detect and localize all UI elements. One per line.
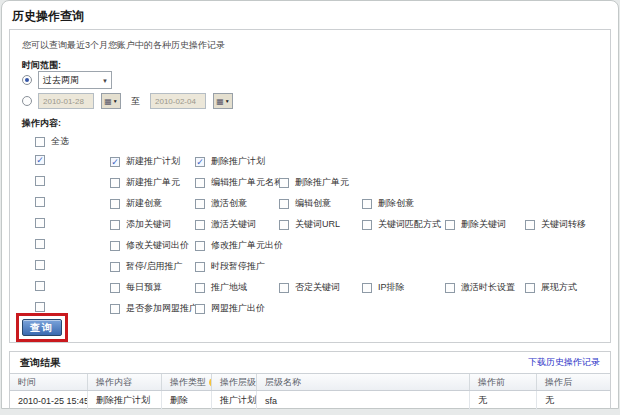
checkbox-icon[interactable]	[279, 178, 289, 188]
checkbox-icon[interactable]	[195, 262, 205, 272]
checkbox-icon[interactable]: ✓	[35, 155, 45, 165]
time-preset-select[interactable]: 过去两周 ▼	[38, 71, 112, 89]
download-history-link[interactable]: 下载历史操作记录	[528, 356, 600, 369]
operation-checkbox-item[interactable]: 否定关键词	[279, 281, 340, 294]
checkbox-icon[interactable]	[279, 283, 289, 293]
operation-checkbox-item[interactable]: 删除推广单元	[279, 176, 349, 189]
checkbox-icon[interactable]	[110, 304, 120, 314]
checkbox-icon[interactable]	[279, 220, 289, 230]
operation-checkbox-item[interactable]: 修改关键词出价	[110, 239, 189, 252]
operation-checkbox-item[interactable]: 暂停/启用推广	[110, 260, 183, 273]
operation-checkbox-item[interactable]: IP排除	[362, 281, 405, 294]
checkbox-icon[interactable]	[35, 302, 45, 312]
checkbox-icon[interactable]	[35, 137, 45, 147]
operation-checkbox-item[interactable]: ✓新建推广计划	[110, 155, 180, 168]
operation-checkbox-item[interactable]: 每日预算	[110, 281, 162, 294]
operation-checkbox-item[interactable]: 激活创意	[195, 197, 247, 210]
checkbox-icon[interactable]	[279, 199, 289, 209]
checkbox-icon[interactable]	[195, 283, 205, 293]
operation-checkbox-item[interactable]: 新建创意	[110, 197, 162, 210]
operation-checkbox-item[interactable]: 编辑创意	[279, 197, 331, 210]
date-to-input[interactable]: 2010-02-04	[150, 93, 206, 109]
select-all-item[interactable]: 全选	[35, 135, 69, 148]
operation-checkbox-item[interactable]: 时段暂停推广	[195, 260, 265, 273]
checkbox-label: IP排除	[378, 281, 405, 294]
checkbox-icon[interactable]	[110, 262, 120, 272]
operation-checkbox-item[interactable]	[35, 197, 45, 207]
checkbox-icon[interactable]	[35, 260, 45, 270]
operation-checkbox-item[interactable]	[35, 218, 45, 228]
checkbox-icon[interactable]	[35, 281, 45, 291]
checkbox-icon[interactable]	[445, 220, 455, 230]
radio-preset[interactable]	[22, 75, 32, 85]
checkbox-icon[interactable]	[362, 283, 372, 293]
radio-custom-range[interactable]	[22, 96, 32, 106]
operation-checkbox-item[interactable]: 删除关键词	[445, 218, 506, 231]
checkbox-label: 时段暂停推广	[211, 260, 265, 273]
checkbox-label: 修改推广单元出价	[211, 239, 283, 252]
calendar-icon[interactable]: ▦▼	[213, 93, 233, 109]
checkbox-icon[interactable]	[35, 218, 45, 228]
operation-checkbox-item[interactable]: 编辑推广单元名称	[195, 176, 283, 189]
operation-checkbox-item[interactable]: 添加关键词	[110, 218, 171, 231]
checkbox-label: 是否参加网盟推广	[126, 302, 198, 315]
checkbox-icon[interactable]: ✓	[110, 157, 120, 167]
query-button[interactable]: 查询	[22, 319, 62, 336]
results-title: 查询结果	[20, 356, 60, 370]
checkbox-icon[interactable]	[525, 220, 535, 230]
operation-checkbox-item[interactable]: 新建推广单元	[110, 176, 180, 189]
checkbox-label: 推广地域	[211, 281, 247, 294]
checkbox-icon[interactable]	[35, 197, 45, 207]
operation-checkbox-item[interactable]: ✓删除推广计划	[195, 155, 265, 168]
checkbox-label: 每日预算	[126, 281, 162, 294]
checkbox-icon[interactable]	[110, 199, 120, 209]
results-table-header: 时间操作内容操作类型?操作层级?层级名称操作前操作后	[10, 373, 610, 391]
column-header: 时间	[10, 374, 88, 390]
checkbox-icon[interactable]	[195, 178, 205, 188]
checkbox-icon[interactable]	[362, 199, 372, 209]
checkbox-icon[interactable]	[195, 199, 205, 209]
operation-checkbox-item[interactable]: 激活时长设置	[445, 281, 515, 294]
content-panel: 历史操作查询 您可以查询最近3个月您账户中的各种历史操作记录 时间范围: 过去两…	[1, 0, 619, 409]
page: 历史操作查询 您可以查询最近3个月您账户中的各种历史操作记录 时间范围: 过去两…	[0, 0, 620, 415]
column-header: 操作内容	[88, 374, 162, 390]
operation-checkbox-item[interactable]: 展现方式	[525, 281, 577, 294]
operation-checkbox-item[interactable]: 修改推广单元出价	[195, 239, 283, 252]
checkbox-icon[interactable]	[525, 283, 535, 293]
checkbox-icon[interactable]	[445, 283, 455, 293]
select-all-row: 全选	[10, 131, 612, 152]
operation-checkbox-item[interactable]: 删除创意	[362, 197, 414, 210]
time-preset-row: 过去两周 ▼	[22, 71, 112, 89]
operation-checkbox-item[interactable]: 激活关键词	[195, 218, 256, 231]
checkbox-icon[interactable]	[195, 241, 205, 251]
operation-checkbox-item[interactable]	[35, 302, 45, 312]
checkbox-icon[interactable]	[195, 220, 205, 230]
checkbox-icon[interactable]	[110, 220, 120, 230]
table-row: 2010-01-25 15:45:01删除推广计划删除推广计划sfa无无	[10, 391, 610, 410]
checkbox-icon[interactable]	[35, 176, 45, 186]
operation-checkbox-item[interactable]: 关键词URL	[279, 218, 340, 231]
operation-checkbox-item[interactable]: 关键词匹配方式	[362, 218, 441, 231]
operation-checkbox-item[interactable]	[35, 281, 45, 291]
operation-checkbox-item[interactable]: 推广地域	[195, 281, 247, 294]
checkbox-icon[interactable]	[110, 178, 120, 188]
operation-checkbox-item[interactable]: 是否参加网盟推广	[110, 302, 198, 315]
chevron-down-icon: ▼	[102, 78, 108, 84]
checkbox-icon[interactable]	[35, 239, 45, 249]
checkbox-icon[interactable]	[195, 304, 205, 314]
operation-checkbox-item[interactable]: ✓	[35, 155, 45, 165]
checkbox-icon[interactable]	[110, 241, 120, 251]
operation-checkbox-item[interactable]: 关键词转移	[525, 218, 586, 231]
operation-checkbox-item[interactable]	[35, 239, 45, 249]
operation-checkbox-item[interactable]: 网盟推广出价	[195, 302, 265, 315]
date-from-input[interactable]: 2010-01-28	[38, 93, 94, 109]
checkbox-icon[interactable]	[362, 220, 372, 230]
checkbox-icon[interactable]: ✓	[195, 157, 205, 167]
checkbox-label: 否定关键词	[295, 281, 340, 294]
operation-checkbox-item[interactable]	[35, 260, 45, 270]
checkbox-icon[interactable]	[110, 283, 120, 293]
operation-checkbox-item[interactable]	[35, 176, 45, 186]
calendar-icon[interactable]: ▦▼	[101, 93, 121, 109]
chevron-down-icon: ▼	[225, 98, 230, 104]
table-cell: sfa	[257, 391, 470, 410]
